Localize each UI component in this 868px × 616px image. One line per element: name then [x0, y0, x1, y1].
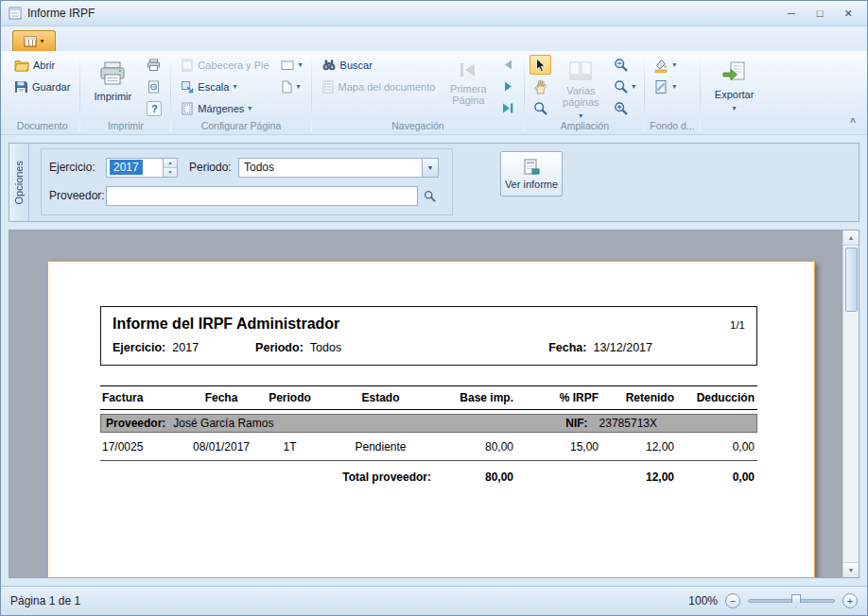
zoom-tool-button[interactable] [529, 98, 551, 118]
varias-paginas-label: Varias páginas [559, 85, 602, 108]
spinner-down-button[interactable]: ▼ [164, 167, 177, 177]
help-button[interactable]: ? [143, 98, 165, 118]
ribbon-group-documento: Abrir Guardar Documento [7, 55, 78, 134]
margenes-button[interactable]: Márgenes ▾ [176, 98, 273, 118]
report-page-indicator: 1/1 [730, 319, 745, 331]
document-map-icon [321, 80, 335, 94]
marca-agua-button[interactable]: ▾ [650, 77, 680, 96]
ultima-pagina-button[interactable] [496, 98, 519, 118]
mapa-documento-label: Mapa del documento [339, 81, 436, 93]
imprimir-button[interactable]: Imprimir [85, 55, 140, 117]
group-proveedor-value: José García Ramos [173, 417, 273, 430]
options-tab[interactable]: Opciones [9, 144, 29, 221]
report-grid-icon [24, 36, 37, 47]
cell-base-imp: 80,00 [435, 440, 515, 453]
ribbon-group-exportar: Exportar ▾ [703, 55, 767, 134]
orientacion-button[interactable]: ▾ [277, 55, 306, 75]
minimize-button[interactable]: ─ [780, 5, 803, 22]
ribbon-group-label-exportar [705, 118, 764, 134]
app-menu-button[interactable]: ▾ [12, 30, 56, 51]
save-icon [14, 80, 28, 94]
buscar-button[interactable]: Buscar [317, 55, 441, 75]
ribbon-separator [170, 58, 171, 131]
zoom-slider-thumb[interactable] [791, 594, 801, 607]
page-setup-button[interactable] [143, 77, 165, 96]
close-button[interactable]: ✕ [837, 5, 859, 22]
first-page-icon [458, 60, 478, 79]
proveedor-search-button[interactable] [420, 186, 439, 206]
ribbon-group-configurar-pagina: Cabecera y Pie Escala ▾ Márgenes ▾ [173, 55, 308, 134]
column-header: Deducción [676, 391, 756, 404]
ribbon-separator [79, 58, 80, 131]
report-header-box: Informe del IRPF Administrador 1/1 Ejerc… [100, 306, 757, 366]
primera-pagina-button: Primera Página [443, 55, 494, 117]
zoom-dropdown-button[interactable]: ▾ [610, 77, 639, 96]
group-proveedor-label: Proveedor: [106, 417, 165, 430]
total-deduccion: 0,00 [676, 471, 756, 484]
help-icon: ? [147, 101, 162, 116]
zoom-in-icon [614, 101, 628, 115]
tamano-papel-button[interactable]: ▾ [277, 77, 306, 96]
options-body: Ejercicio: 2017 ▲ ▼ Periodo: Todos ▼ [29, 144, 859, 221]
periodo-value: Todos [239, 161, 422, 174]
ejercicio-spinner[interactable]: 2017 ▲ ▼ [106, 158, 178, 178]
scroll-up-button[interactable]: ▲ [843, 231, 859, 246]
chevron-down-icon: ▾ [299, 60, 303, 69]
zoom-in-button[interactable]: + [842, 593, 858, 608]
ribbon-group-label-navegacion: Navegación [317, 118, 520, 134]
app-icon [9, 7, 22, 20]
open-folder-icon [14, 59, 29, 72]
cabecera-pie-button: Cabecera y Pie [176, 55, 273, 75]
exportar-button[interactable]: Exportar ▾ [705, 55, 764, 117]
vertical-scrollbar[interactable]: ▲ ▼ [842, 231, 859, 577]
pagina-siguiente-button[interactable] [496, 77, 519, 96]
scroll-down-button[interactable]: ▼ [843, 562, 859, 577]
next-page-icon [500, 79, 515, 94]
zoom-slider[interactable] [748, 593, 835, 608]
app-window: Informe IRPF ─ □ ✕ ▾ Abrir [0, 0, 868, 616]
combo-dropdown-button[interactable]: ▼ [422, 159, 438, 177]
chevron-down-icon: ▾ [40, 37, 43, 45]
total-label: Total proveedor: [100, 471, 435, 484]
spinner-up-button[interactable]: ▲ [164, 159, 177, 167]
cabecera-pie-label: Cabecera y Pie [198, 60, 269, 71]
view-report-icon [522, 159, 541, 176]
cell-deduccion: 0,00 [676, 440, 756, 453]
ampliar-zoom-button[interactable] [610, 98, 639, 118]
ribbon-group-label-configurar: Configurar Página [176, 118, 305, 134]
window-title: Informe IRPF [27, 7, 95, 20]
abrir-button[interactable]: Abrir [9, 55, 60, 75]
ver-informe-button[interactable]: Ver informe [500, 151, 563, 197]
maximize-button[interactable]: □ [808, 5, 831, 22]
report-periodo-label: Periodo: [255, 341, 304, 354]
periodo-combobox[interactable]: Todos ▼ [238, 158, 439, 178]
column-header: % IRPF [515, 391, 600, 404]
last-page-icon [500, 101, 515, 115]
cell-estado: Pendiente [326, 440, 435, 453]
varias-paginas-button: Varias páginas ▾ [554, 55, 607, 117]
magnifier-icon [533, 101, 547, 115]
proveedor-input[interactable] [106, 186, 418, 206]
ribbon-group-ampliacion: Varias páginas ▾ ▾ Ampliación [527, 55, 642, 134]
guardar-button[interactable]: Guardar [9, 77, 75, 96]
cell-periodo: 1T [253, 440, 326, 453]
puntero-tool-button[interactable] [529, 55, 551, 75]
status-bar: Página 1 de 1 100% − + [1, 586, 867, 615]
scrollbar-thumb[interactable] [845, 248, 858, 312]
proveedor-label: Proveedor: [49, 189, 106, 202]
buscar-label: Buscar [340, 60, 373, 71]
color-fondo-button[interactable]: ▾ [650, 55, 680, 75]
preview-area[interactable]: Informe del IRPF Administrador 1/1 Ejerc… [9, 230, 859, 578]
ribbon-group-label-documento: Documento [9, 118, 75, 134]
collapse-ribbon-button[interactable]: ^ [845, 116, 860, 129]
total-retenido: 12,00 [600, 471, 676, 484]
mano-tool-button[interactable] [529, 77, 551, 96]
zoom-out-button[interactable]: − [725, 593, 740, 608]
quick-print-button[interactable] [143, 55, 165, 75]
reducir-zoom-button[interactable] [610, 55, 639, 75]
escala-button[interactable]: Escala ▾ [176, 77, 273, 96]
column-header: Fecha [189, 391, 253, 404]
ribbon-separator [700, 58, 701, 131]
hand-icon [533, 79, 547, 94]
window-controls: ─ □ ✕ [780, 5, 859, 22]
